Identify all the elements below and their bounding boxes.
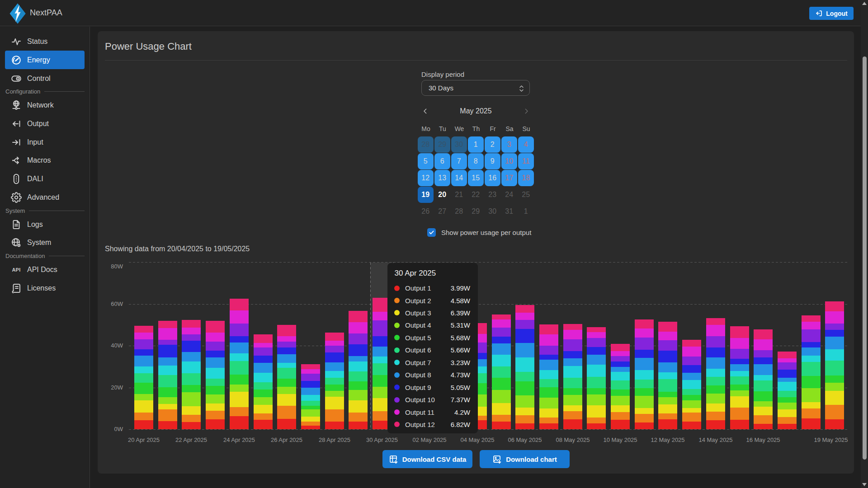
svg-text:API: API: [12, 267, 20, 272]
